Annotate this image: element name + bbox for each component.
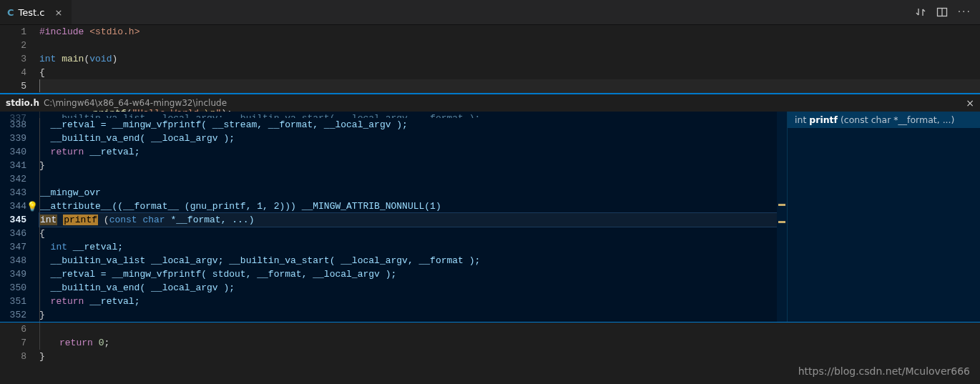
code-line[interactable] xyxy=(39,39,980,52)
peek-code-line[interactable]: __mingw_ovr xyxy=(39,186,777,200)
peek-text: __attribute__((__format__ (gnu_printf, 1… xyxy=(39,201,441,212)
code-bottom[interactable]: return 0; } xyxy=(39,323,980,363)
peek-code[interactable]: __builtin_va_list __local_argv; __builti… xyxy=(39,112,777,322)
ref-match: printf xyxy=(809,114,838,125)
line-number: 346 xyxy=(0,227,26,240)
code-line[interactable] xyxy=(39,323,980,336)
brace: { xyxy=(39,67,45,78)
line-number: 6 xyxy=(0,323,26,336)
line-number: 7 xyxy=(0,336,26,350)
peek-code-line[interactable]: return __retval; xyxy=(39,145,777,159)
line-number: 344 xyxy=(0,200,26,213)
kw-return: return xyxy=(59,338,93,348)
ref-post: (const char *__format, ...) xyxy=(838,114,954,125)
brace: } xyxy=(39,351,45,362)
compare-changes-icon[interactable] xyxy=(915,6,926,18)
peek-body: 3373383393403413423433443453463473483493… xyxy=(0,112,980,322)
split-editor-icon[interactable] xyxy=(936,6,948,18)
line-number: 348 xyxy=(0,254,26,267)
line-number: 343 xyxy=(0,186,26,200)
peek-code-line[interactable] xyxy=(39,172,777,186)
line-number: 341 xyxy=(0,159,26,172)
peek-filename[interactable]: stdio.h xyxy=(6,98,39,108)
peek-text: __builtin_va_list __local_argv; __builti… xyxy=(39,113,480,118)
tab-bar: C Test.c × ··· xyxy=(0,0,980,25)
peek-code-line[interactable]: } xyxy=(39,308,777,322)
line-number: 4 xyxy=(0,66,26,79)
peek-text: __builtin_va_end( __local_argv ); xyxy=(39,282,235,293)
semicolon: ; xyxy=(104,338,109,348)
peek-code-line[interactable]: __builtin_va_list __local_argv; __builti… xyxy=(39,254,777,267)
decl-printf: printf xyxy=(63,215,98,225)
line-number: 352 xyxy=(0,308,26,322)
include-file: <stdio.h> xyxy=(89,26,139,37)
peek-text: __retval = __mingw_vfprintf( __stream, _… xyxy=(39,119,408,130)
code-line[interactable]: return 0; xyxy=(39,336,980,350)
peek-code-line[interactable]: { xyxy=(39,227,777,240)
code-line[interactable]: int main(void) xyxy=(39,52,980,66)
line-number: 1 xyxy=(0,25,26,39)
peek-reference-item[interactable]: int printf (const char *__format, ...) xyxy=(788,112,980,128)
peek-gutter: 3373383393403413423433443453463473483493… xyxy=(0,112,39,322)
peek-scrollbar[interactable] xyxy=(777,112,787,322)
line-number: 3 xyxy=(0,52,26,66)
peek-code-line[interactable]: __retval = __mingw_vfprintf( __stream, _… xyxy=(39,118,777,132)
line-number: 2 xyxy=(0,39,26,52)
include-directive: #include xyxy=(39,26,84,37)
line-number: 347 xyxy=(0,240,26,254)
code-line-active[interactable]: printf("Hello World.\n"); xyxy=(39,79,980,93)
code-line[interactable]: { xyxy=(39,66,980,79)
peek-close-icon[interactable]: × xyxy=(966,97,974,109)
line-number: 350 xyxy=(0,281,26,295)
line-number: 8 xyxy=(0,350,26,363)
editor-main-top[interactable]: 1 2 3 4 5 #include <stdio.h> int main(vo… xyxy=(0,25,980,93)
gutter-top: 1 2 3 4 5 xyxy=(0,25,39,93)
kw-void: void xyxy=(89,54,112,64)
watermark: https://blog.csdn.net/Mculover666 xyxy=(798,365,970,377)
peek-code-line[interactable]: } xyxy=(39,159,777,172)
ref-pre: int xyxy=(795,114,809,125)
close-icon[interactable]: × xyxy=(54,7,62,18)
decl-int: int xyxy=(39,215,57,225)
code-line[interactable]: #include <stdio.h> xyxy=(39,25,980,39)
code-top[interactable]: #include <stdio.h> int main(void) { prin… xyxy=(39,25,980,93)
line-number: 339 xyxy=(0,132,26,145)
lightbulb-icon[interactable]: 💡 xyxy=(26,200,38,214)
peek-editor[interactable]: 3373383393403413423433443453463473483493… xyxy=(0,112,787,322)
peek-code-line[interactable]: 💡__attribute__((__format__ (gnu_printf, … xyxy=(39,200,777,213)
peek-code-line[interactable]: __builtin_va_end( __local_argv ); xyxy=(39,132,777,145)
more-actions-icon[interactable]: ··· xyxy=(958,6,971,18)
tab-group: C Test.c × xyxy=(0,0,72,24)
editor-main-bottom[interactable]: 6 7 8 return 0; } xyxy=(0,323,980,363)
c-file-icon: C xyxy=(7,7,14,18)
tab-filename: Test.c xyxy=(19,7,45,18)
line-number: 351 xyxy=(0,295,26,308)
peek-code-line[interactable]: __retval = __mingw_vfprintf( stdout, __f… xyxy=(39,267,777,281)
line-number: 340 xyxy=(0,145,26,159)
line-number: 342 xyxy=(0,172,26,186)
kw-int: int xyxy=(39,54,56,64)
peek-references-list[interactable]: int printf (const char *__format, ...) xyxy=(787,112,980,322)
paren: ) xyxy=(112,54,117,64)
title-actions: ··· xyxy=(915,6,980,18)
gutter-bottom: 6 7 8 xyxy=(0,323,39,363)
line-number: 349 xyxy=(0,267,26,281)
line-number: 337 xyxy=(0,112,26,118)
peek-code-line[interactable]: return __retval; xyxy=(39,295,777,308)
peek-decl-line[interactable]: int printf (const char *__format, ...) xyxy=(39,213,777,227)
peek-text: __builtin_va_list __local_argv; __builti… xyxy=(39,255,480,266)
fn-main: main xyxy=(62,54,84,64)
tab-test-c[interactable]: C Test.c × xyxy=(0,0,72,24)
peek-text: __mingw_ovr xyxy=(39,187,101,198)
peek-text: __retval = __mingw_vfprintf( stdout, __f… xyxy=(39,269,396,280)
line-number: 345 xyxy=(0,213,26,227)
line-number: 5 xyxy=(0,79,26,93)
peek-code-line[interactable]: __builtin_va_end( __local_argv ); xyxy=(39,281,777,295)
code-line[interactable]: } xyxy=(39,350,980,363)
peek-code-line[interactable]: __builtin_va_list __local_argv; __builti… xyxy=(39,112,777,118)
peek-text: __builtin_va_end( __local_argv ); xyxy=(39,133,235,144)
peek-view: stdio.h C:\mingw64\x86_64-w64-mingw32\in… xyxy=(0,93,980,323)
peek-code-line[interactable]: int __retval; xyxy=(39,240,777,254)
